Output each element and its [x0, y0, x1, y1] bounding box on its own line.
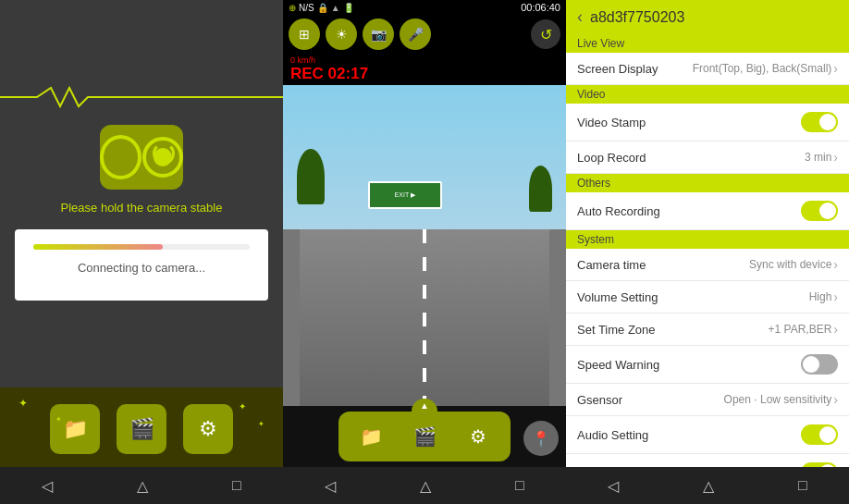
gsensor-value: Open · Low sensitivity ›	[724, 392, 838, 407]
chevron-loop-record: ›	[833, 150, 838, 165]
refresh-btn[interactable]: ↺	[531, 19, 560, 49]
bottom-icons-row: 📁 🎬 ⚙	[50, 404, 233, 454]
recent-button-p2[interactable]: □	[504, 473, 535, 498]
setting-timezone[interactable]: Set Time Zone +1 PAR,BER ›	[566, 313, 849, 346]
panel-settings: ‹ a8d3f7750203 Live View Screen Display …	[566, 0, 849, 504]
back-button-p2[interactable]: ◁	[314, 473, 347, 498]
video-icon[interactable]: 🎬	[117, 404, 166, 454]
video-stamp-toggle[interactable]	[801, 112, 838, 132]
settings-list: Live View Screen Display Front(Top, Big)…	[566, 34, 849, 467]
loop-record-value: 3 min ›	[805, 150, 838, 165]
camera-feed: EXIT ▶	[283, 85, 566, 406]
lock-icon: 🔒	[317, 3, 328, 13]
home-button-p2[interactable]: △	[409, 473, 442, 498]
files-icon[interactable]: 📁	[50, 404, 100, 454]
signal-icon: ▲	[331, 3, 340, 13]
panel-connecting: Please hold the camera stable Connecting…	[0, 0, 283, 504]
panel2-bottom-icons: 📁 🎬 ⚙	[338, 412, 511, 461]
toolbar-icons: ⊞ ☀ 📷 🎤	[289, 18, 431, 50]
setting-video-stamp[interactable]: Video Stamp	[566, 104, 849, 141]
setting-volume[interactable]: Volume Setting High ›	[566, 281, 849, 313]
gsensor-text: Open · Low sensitivity	[724, 393, 832, 406]
setting-camera-time[interactable]: Camera time Sync with device ›	[566, 249, 849, 281]
timezone-text: +1 PAR,BER	[769, 323, 832, 336]
video-stamp-label: Video Stamp	[577, 116, 646, 129]
settings-icon-p2[interactable]: ⚙	[459, 417, 498, 456]
rec-display: REC 02:17	[290, 65, 559, 83]
speed-warning-label: Speed Warning	[577, 358, 659, 372]
back-arrow-icon[interactable]: ‹	[577, 7, 583, 27]
status-left: ⊕ N/S 🔒 ▲ 🔋	[289, 3, 354, 13]
home-button[interactable]: △	[126, 473, 159, 498]
back-button[interactable]: ◁	[31, 473, 64, 498]
settings-icon[interactable]: ⚙	[183, 404, 233, 454]
time-display: 00:06:40	[521, 2, 560, 13]
tree-right	[529, 166, 552, 212]
back-button-p3[interactable]: ◁	[597, 473, 630, 498]
gsensor-label: Gsensor	[577, 393, 622, 407]
volume-value: High ›	[809, 289, 838, 304]
barrier-right	[549, 229, 566, 406]
sparkle-1: ✦	[18, 397, 28, 410]
recent-button[interactable]: □	[221, 473, 252, 498]
recent-button-p3[interactable]: □	[787, 473, 818, 498]
screen-display-label: Screen Display	[577, 62, 658, 76]
sign-text: EXIT ▶	[395, 191, 415, 199]
barrier-left	[283, 229, 300, 406]
highway-sign: EXIT ▶	[368, 181, 442, 209]
mic-icon-btn[interactable]: 🎤	[400, 18, 431, 50]
rec-speed-bar: 0 km/h REC 02:17	[283, 54, 566, 85]
timezone-label: Set Time Zone	[577, 323, 656, 337]
loop-record-text: 3 min	[805, 151, 831, 164]
auto-recording-toggle[interactable]	[801, 201, 838, 221]
panel2-nav-bar: ◁ △ □	[283, 467, 566, 504]
audio-toggle[interactable]	[801, 424, 838, 445]
status-bar: ⊕ N/S 🔒 ▲ 🔋 00:06:40	[283, 0, 566, 15]
camera-icon	[100, 125, 183, 190]
setting-auto-recording[interactable]: Auto Recording	[566, 192, 849, 230]
section-video: Video	[566, 85, 849, 104]
map-btn[interactable]: 📍	[523, 421, 559, 456]
bottom-icons-container: ▲ 📁 🎬 ⚙	[338, 412, 511, 461]
chevron-camera-time: ›	[833, 257, 838, 272]
camera-time-value: Sync with device ›	[749, 257, 838, 272]
battery-icon: 🔋	[343, 3, 354, 13]
screen-display-value: Front(Top, Big), Back(Small) ›	[693, 61, 838, 76]
speed-warning-toggle[interactable]	[801, 354, 838, 375]
loop-record-label: Loop Record	[577, 151, 646, 165]
section-live-view: Live View	[566, 34, 849, 53]
chevron-timezone: ›	[833, 322, 838, 337]
setting-gsensor[interactable]: Gsensor Open · Low sensitivity ›	[566, 384, 849, 416]
audio-label: Audio Setting	[577, 428, 648, 442]
sparkle-2: ✦	[55, 415, 62, 424]
camera-switch-btn[interactable]: 📷	[363, 18, 394, 50]
setting-parking[interactable]: Parking Monitor	[566, 454, 849, 467]
toolbar: ⊞ ☀ 📷 🎤 ↺	[283, 15, 566, 54]
panel1-nav-bar: ◁ △ □	[0, 467, 283, 504]
grid-icon-btn[interactable]: ⊞	[289, 18, 320, 50]
gps-icon: ⊕	[289, 3, 296, 13]
sparkle-4: ✦	[258, 420, 265, 428]
heartbeat-line	[0, 83, 283, 111]
chevron-screen-display: ›	[833, 61, 838, 76]
camera-time-text: Sync with device	[749, 258, 831, 271]
progress-bar-bg	[33, 244, 250, 250]
road-lines	[423, 229, 426, 406]
parking-toggle[interactable]	[801, 462, 838, 467]
panel-recording: ⊕ N/S 🔒 ▲ 🔋 00:06:40 ⊞ ☀ 📷 🎤 ↺ 0 km/h RE…	[283, 0, 566, 504]
setting-screen-display[interactable]: Screen Display Front(Top, Big), Back(Sma…	[566, 53, 849, 85]
auto-recording-label: Auto Recording	[577, 204, 660, 218]
home-button-p3[interactable]: △	[692, 473, 725, 498]
files-icon-p2[interactable]: 📁	[351, 417, 390, 456]
setting-loop-record[interactable]: Loop Record 3 min ›	[566, 141, 849, 174]
timezone-value: +1 PAR,BER ›	[769, 322, 838, 337]
setting-speed-warning[interactable]: Speed Warning	[566, 346, 849, 384]
panel3-nav-bar: ◁ △ □	[566, 467, 849, 504]
location-text: N/S	[299, 3, 314, 13]
setting-audio[interactable]: Audio Setting	[566, 416, 849, 454]
brightness-icon-btn[interactable]: ☀	[326, 18, 357, 50]
chevron-gsensor: ›	[833, 392, 838, 407]
video-icon-p2[interactable]: 🎬	[405, 417, 444, 456]
sparkle-3: ✦	[239, 401, 246, 412]
volume-text: High	[809, 290, 832, 303]
